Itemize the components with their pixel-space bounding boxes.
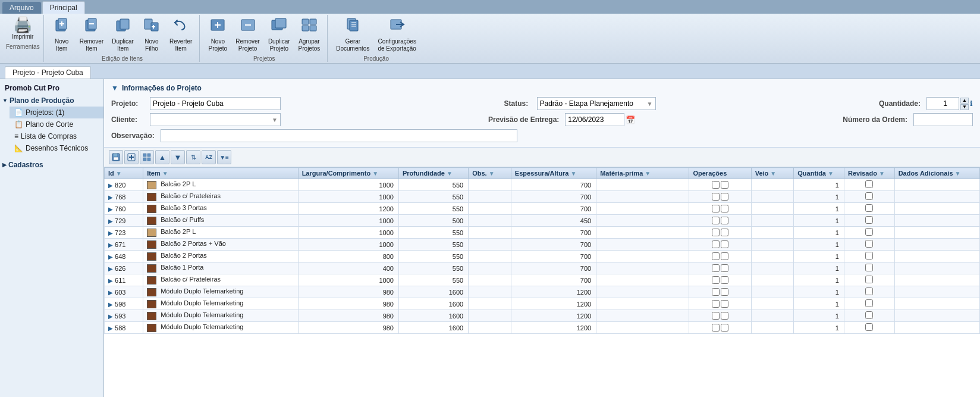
- mat-filter-icon[interactable]: ▼: [645, 170, 651, 177]
- filter-button[interactable]: ▼≡: [217, 150, 231, 164]
- reverter-item-button[interactable]: ReverterItem: [166, 15, 196, 54]
- larg-filter-icon[interactable]: ▼: [372, 170, 378, 177]
- esp-filter-icon[interactable]: ▼: [570, 170, 576, 177]
- row-expand-icon[interactable]: ▶: [108, 182, 113, 189]
- sidebar-item-cadastros[interactable]: ▶ Cadastros: [0, 159, 103, 171]
- calendar-icon[interactable]: 📅: [626, 115, 635, 124]
- row-expand-icon[interactable]: ▶: [108, 218, 113, 224]
- revisado-checkbox[interactable]: [865, 180, 873, 188]
- ops-checkbox-1[interactable]: [712, 276, 720, 284]
- ops-checkbox-2[interactable]: [721, 217, 728, 224]
- row-expand-icon[interactable]: ▶: [108, 301, 113, 308]
- row-expand-icon[interactable]: ▶: [108, 277, 113, 284]
- novo-projeto-button[interactable]: NovoProjeto: [205, 15, 231, 54]
- duplicar-item-button[interactable]: DuplicarItem: [108, 15, 137, 54]
- sidebar-item-projetos[interactable]: 📄 Projetos: (1): [10, 107, 103, 118]
- ops-checkbox-2[interactable]: [721, 300, 728, 308]
- principal-tab[interactable]: Principal: [42, 1, 85, 14]
- remover-projeto-button[interactable]: RemoverProjeto: [232, 15, 263, 54]
- move-down-button[interactable]: ▼: [171, 150, 185, 164]
- cliente-select[interactable]: ▼: [150, 113, 281, 126]
- sidebar-item-plano-producao[interactable]: ▼ Plano de Produção: [0, 95, 103, 107]
- imprimir-button[interactable]: 🖨️ Imprimir: [8, 15, 37, 42]
- revisado-checkbox[interactable]: [865, 192, 873, 200]
- ops-checkbox-1[interactable]: [712, 205, 720, 212]
- ops-checkbox-2[interactable]: [721, 252, 728, 260]
- ops-checkbox-1[interactable]: [712, 181, 720, 189]
- ops-checkbox-2[interactable]: [721, 181, 728, 189]
- ops-checkbox-1[interactable]: [712, 288, 720, 296]
- sort-button[interactable]: ⇅: [186, 150, 200, 164]
- novo-filho-button[interactable]: NovoFilho: [139, 15, 165, 54]
- revisado-checkbox[interactable]: [865, 216, 873, 224]
- revisado-checkbox[interactable]: [865, 311, 873, 319]
- ops-checkbox-2[interactable]: [721, 240, 728, 248]
- arquivo-tab[interactable]: Arquivo: [2, 2, 41, 14]
- ops-checkbox-1[interactable]: [712, 217, 720, 224]
- ops-checkbox-1[interactable]: [712, 264, 720, 272]
- remover-item-button[interactable]: RemoverItem: [76, 15, 108, 54]
- agrupar-projetos-button[interactable]: AgruparProjetos: [295, 15, 324, 54]
- rev-filter-icon[interactable]: ▼: [879, 170, 885, 177]
- ops-checkbox-1[interactable]: [712, 240, 720, 248]
- row-expand-icon[interactable]: ▶: [108, 265, 113, 272]
- id-filter-icon[interactable]: ▼: [116, 170, 122, 177]
- revisado-checkbox[interactable]: [865, 323, 873, 331]
- previsao-input[interactable]: [565, 113, 624, 126]
- status-select[interactable]: Padrão - Etapa Planejamento ▼: [537, 97, 656, 110]
- revisado-checkbox[interactable]: [865, 264, 873, 271]
- observacao-input[interactable]: [161, 129, 517, 142]
- save-button[interactable]: [109, 150, 123, 164]
- row-expand-icon[interactable]: ▶: [108, 313, 113, 320]
- info-icon[interactable]: ℹ: [970, 99, 973, 108]
- qty-up-button[interactable]: ▲: [960, 98, 969, 104]
- ops-checkbox-2[interactable]: [721, 312, 728, 320]
- revisado-checkbox[interactable]: [865, 287, 873, 295]
- qty-down-button[interactable]: ▼: [960, 104, 969, 110]
- ops-checkbox-2[interactable]: [721, 205, 728, 212]
- az-sort-button[interactable]: AZ: [202, 150, 216, 164]
- sidebar-item-plano-corte[interactable]: 📋 Plano de Corte: [10, 118, 103, 130]
- project-tab[interactable]: Projeto - Projeto Cuba: [5, 66, 91, 79]
- row-expand-icon[interactable]: ▶: [108, 194, 113, 201]
- sidebar-item-lista-compras[interactable]: ≡ Lista de Compras: [10, 130, 103, 142]
- ops-checkbox-1[interactable]: [712, 300, 720, 308]
- row-expand-icon[interactable]: ▶: [108, 242, 113, 248]
- revisado-checkbox[interactable]: [865, 276, 873, 283]
- ops-checkbox-1[interactable]: [712, 312, 720, 320]
- row-expand-icon[interactable]: ▶: [108, 325, 113, 332]
- row-expand-icon[interactable]: ▶: [108, 254, 113, 260]
- obs-filter-icon[interactable]: ▼: [489, 170, 495, 177]
- section-toggle-icon[interactable]: ▼: [111, 84, 118, 92]
- revisado-checkbox[interactable]: [865, 204, 873, 212]
- ops-checkbox-1[interactable]: [712, 324, 720, 332]
- veio-filter-icon[interactable]: ▼: [770, 170, 776, 177]
- gerar-documentos-button[interactable]: GerarDocumentos: [332, 15, 373, 54]
- move-up-button[interactable]: ▲: [155, 150, 169, 164]
- revisado-checkbox[interactable]: [865, 299, 873, 307]
- grid-view-button[interactable]: [140, 150, 154, 164]
- ops-checkbox-1[interactable]: [712, 252, 720, 260]
- ops-checkbox-2[interactable]: [721, 264, 728, 272]
- item-filter-icon[interactable]: ▼: [162, 170, 168, 177]
- duplicar-projeto-button[interactable]: DuplicarProjeto: [265, 15, 294, 54]
- prof-filter-icon[interactable]: ▼: [447, 170, 453, 177]
- ops-checkbox-1[interactable]: [712, 229, 720, 236]
- sidebar-item-desenhos-tecnicos[interactable]: 📐 Desenhos Técnicos: [10, 142, 103, 154]
- ops-checkbox-2[interactable]: [721, 229, 728, 236]
- configuracoes-exportacao-button[interactable]: Configuraçõesde Exportação: [374, 15, 420, 54]
- ops-checkbox-2[interactable]: [721, 276, 728, 284]
- ops-checkbox-2[interactable]: [721, 288, 728, 296]
- add-row-button[interactable]: [124, 150, 139, 164]
- ops-checkbox-2[interactable]: [721, 324, 728, 332]
- row-expand-icon[interactable]: ▶: [108, 206, 113, 212]
- novo-item-button[interactable]: NovoItem: [49, 15, 75, 54]
- revisado-checkbox[interactable]: [865, 228, 873, 236]
- ops-checkbox-1[interactable]: [712, 193, 720, 201]
- dados-filter-icon[interactable]: ▼: [955, 170, 961, 177]
- qtd-filter-icon[interactable]: ▼: [828, 170, 834, 177]
- quantidade-input[interactable]: [926, 97, 959, 110]
- projeto-input[interactable]: [150, 97, 281, 110]
- numero-input[interactable]: [913, 113, 973, 126]
- revisado-checkbox[interactable]: [865, 240, 873, 248]
